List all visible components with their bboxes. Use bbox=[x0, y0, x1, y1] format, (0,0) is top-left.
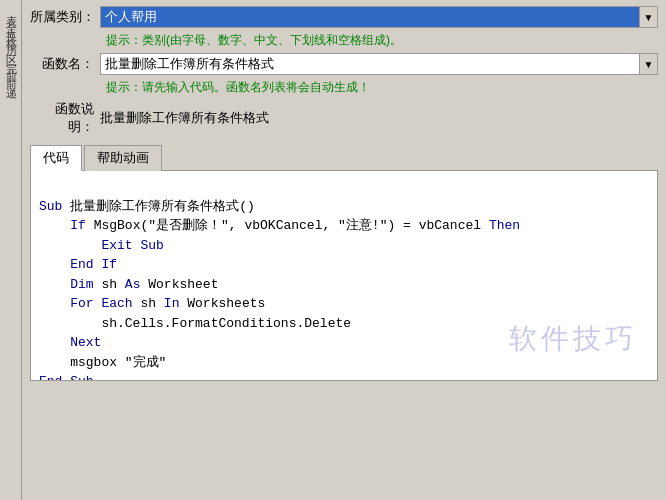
code-area: Sub 批量删除工作簿所有条件格式() If MsgBox("是否删除！", v… bbox=[30, 171, 658, 381]
sidebar-item-4[interactable]: 历 bbox=[0, 34, 21, 42]
category-input-container: ▼ bbox=[100, 6, 658, 28]
category-input[interactable] bbox=[100, 6, 640, 28]
code-line-5: For Each sh In Worksheets bbox=[39, 296, 265, 311]
tab-help-animation[interactable]: 帮助动画 bbox=[84, 145, 162, 171]
sidebar-item-7[interactable]: 前 bbox=[0, 58, 21, 66]
function-input-container: ▼ bbox=[100, 53, 658, 75]
content-area: 所属类别： ▼ 提示：类别(由字母、数字、中文、下划线和空格组成)。 函数名： … bbox=[22, 0, 666, 500]
code-line-4: Dim sh As Worksheet bbox=[39, 277, 218, 292]
category-hint: 提示：类别(由字母、数字、中文、下划线和空格组成)。 bbox=[30, 32, 658, 49]
function-row: 函数名： ▼ bbox=[30, 53, 658, 75]
code-line-3: End If bbox=[39, 257, 117, 272]
code-line-7: Next bbox=[39, 335, 101, 350]
code-line-2: Exit Sub bbox=[39, 238, 164, 253]
main-container: 表 全 换 格 历 区 完 前 前 递 所属类别： ▼ 提示：类别(由字母、数字… bbox=[0, 0, 666, 500]
category-row: 所属类别： ▼ bbox=[30, 6, 658, 28]
sidebar-item-0[interactable]: 表 bbox=[0, 2, 21, 10]
code-line-6: sh.Cells.FormatConditions.Delete bbox=[39, 316, 351, 331]
function-input[interactable] bbox=[100, 53, 640, 75]
category-section: 所属类别： ▼ 提示：类别(由字母、数字、中文、下划线和空格组成)。 函数名： … bbox=[22, 0, 666, 144]
left-sidebar: 表 全 换 格 历 区 完 前 前 递 bbox=[0, 0, 22, 500]
code-line-8: msgbox "完成" bbox=[39, 355, 166, 370]
code-line-1: If MsgBox("是否删除！", vbOKCancel, "注意!") = … bbox=[39, 218, 520, 233]
sidebar-item-2[interactable]: 换 bbox=[0, 18, 21, 26]
tabs-container: 代码 帮助动画 bbox=[30, 144, 658, 171]
description-row: 函数说明： 批量删除工作簿所有条件格式 bbox=[30, 100, 658, 136]
category-label: 所属类别： bbox=[30, 8, 100, 26]
code-line-9: End Sub bbox=[39, 374, 94, 381]
sidebar-item-6[interactable]: 完 bbox=[0, 50, 21, 58]
function-label: 函数名： bbox=[30, 55, 100, 73]
sidebar-item-3[interactable]: 格 bbox=[0, 26, 21, 34]
function-dropdown-arrow[interactable]: ▼ bbox=[640, 53, 658, 75]
sidebar-item-9[interactable]: 递 bbox=[0, 74, 21, 82]
description-value: 批量删除工作簿所有条件格式 bbox=[100, 109, 269, 127]
sidebar-item-5[interactable]: 区 bbox=[0, 42, 21, 50]
function-hint: 提示：请先输入代码。函数名列表将会自动生成！ bbox=[30, 79, 658, 96]
description-label: 函数说明： bbox=[30, 100, 100, 136]
tab-code[interactable]: 代码 bbox=[30, 145, 82, 171]
category-dropdown-arrow[interactable]: ▼ bbox=[640, 6, 658, 28]
sidebar-item-8[interactable]: 前 bbox=[0, 66, 21, 74]
code-line-0: Sub 批量删除工作簿所有条件格式() bbox=[39, 199, 255, 214]
sidebar-item-1[interactable]: 全 bbox=[0, 10, 21, 18]
watermark: 软件技巧 bbox=[509, 318, 637, 360]
